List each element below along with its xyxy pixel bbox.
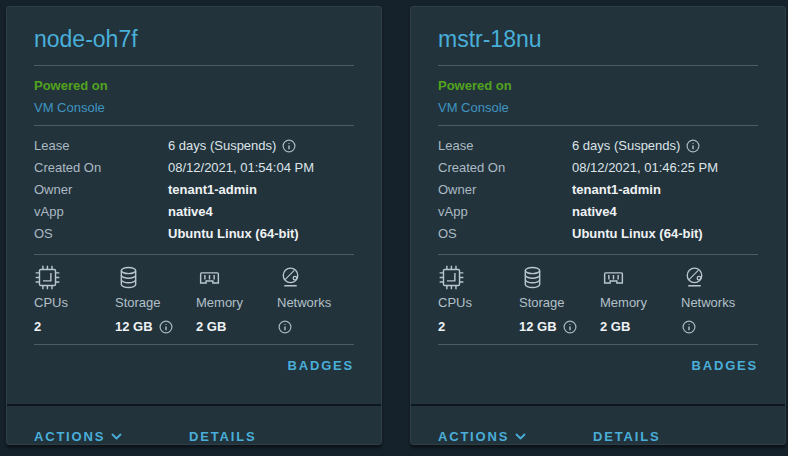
resource-value: 12 GB xyxy=(115,318,153,335)
detail-value: 08/12/2021, 01:54:04 PM xyxy=(168,157,314,179)
resource-label: Networks xyxy=(681,295,762,311)
cpu-icon xyxy=(34,264,115,291)
resource-label: CPUs xyxy=(438,295,519,311)
resource-label: Memory xyxy=(196,295,277,311)
detail-row-owner: Owner tenant1-admin xyxy=(34,179,354,201)
card-footer: ACTIONS DETAILS xyxy=(7,404,381,444)
detail-row-vapp: vApp native4 xyxy=(34,201,354,223)
resource-value: 2 GB xyxy=(600,318,630,335)
resource-label: CPUs xyxy=(34,295,115,311)
actions-button[interactable]: ACTIONS xyxy=(34,429,123,444)
resource-label: Storage xyxy=(115,295,196,311)
resource-value: 2 GB xyxy=(196,318,226,335)
detail-value: native4 xyxy=(572,201,617,223)
detail-label: Created On xyxy=(34,157,168,179)
badges-button[interactable]: BADGES xyxy=(288,358,354,373)
info-icon[interactable] xyxy=(681,319,697,335)
resource-value: 2 xyxy=(438,318,445,335)
detail-row-vapp: vApp native4 xyxy=(438,201,758,223)
resource-label: Memory xyxy=(600,295,681,311)
info-icon[interactable] xyxy=(281,138,297,154)
vm-console-link[interactable]: VM Console xyxy=(438,100,758,116)
network-icon xyxy=(681,264,762,291)
detail-row-os: OS Ubuntu Linux (64-bit) xyxy=(34,223,354,245)
power-status: Powered on xyxy=(34,78,354,94)
resource-label: Networks xyxy=(277,295,358,311)
chevron-down-icon xyxy=(110,431,123,442)
detail-value: Ubuntu Linux (64-bit) xyxy=(168,223,299,245)
chevron-down-icon xyxy=(514,431,527,442)
resource-storage: Storage 12 GB xyxy=(519,264,600,335)
detail-row-owner: Owner tenant1-admin xyxy=(438,179,758,201)
storage-icon xyxy=(115,264,196,291)
storage-icon xyxy=(519,264,600,291)
detail-row-lease: Lease 6 days (Suspends) xyxy=(438,135,758,157)
detail-label: OS xyxy=(438,223,572,245)
network-icon xyxy=(277,264,358,291)
actions-button-label: ACTIONS xyxy=(34,429,105,444)
info-icon[interactable] xyxy=(277,319,293,335)
resource-value: 2 xyxy=(34,318,41,335)
detail-row-created-on: Created On 08/12/2021, 01:46:25 PM xyxy=(438,157,758,179)
resource-networks: Networks xyxy=(681,264,762,335)
resource-memory: Memory 2 GB xyxy=(600,264,681,335)
detail-label: Lease xyxy=(438,135,572,157)
detail-value: 6 days (Suspends) xyxy=(168,135,276,157)
detail-value: native4 xyxy=(168,201,213,223)
card-footer: ACTIONS DETAILS xyxy=(411,404,785,444)
memory-icon xyxy=(600,264,681,291)
info-icon[interactable] xyxy=(685,138,701,154)
detail-label: Owner xyxy=(34,179,168,201)
detail-label: OS xyxy=(34,223,168,245)
detail-row-lease: Lease 6 days (Suspends) xyxy=(34,135,354,157)
info-icon[interactable] xyxy=(562,319,578,335)
detail-value: 08/12/2021, 01:46:25 PM xyxy=(572,157,718,179)
detail-row-created-on: Created On 08/12/2021, 01:54:04 PM xyxy=(34,157,354,179)
vm-console-link[interactable]: VM Console xyxy=(34,100,354,116)
badges-button[interactable]: BADGES xyxy=(692,358,758,373)
detail-label: Lease xyxy=(34,135,168,157)
details-button[interactable]: DETAILS xyxy=(593,429,660,444)
detail-value: tenant1-admin xyxy=(168,179,257,201)
vm-title[interactable]: mstr-18nu xyxy=(438,7,758,65)
detail-row-os: OS Ubuntu Linux (64-bit) xyxy=(438,223,758,245)
detail-value: 6 days (Suspends) xyxy=(572,135,680,157)
vm-title[interactable]: node-oh7f xyxy=(34,7,354,65)
resource-cpus: CPUs 2 xyxy=(438,264,519,335)
info-icon[interactable] xyxy=(158,319,174,335)
resource-storage: Storage 12 GB xyxy=(115,264,196,335)
resource-value: 12 GB xyxy=(519,318,557,335)
actions-button-label: ACTIONS xyxy=(438,429,509,444)
resource-memory: Memory 2 GB xyxy=(196,264,277,335)
detail-label: Created On xyxy=(438,157,572,179)
details-button[interactable]: DETAILS xyxy=(189,429,256,444)
vm-card: mstr-18nu Powered on VM Console Lease 6 … xyxy=(410,6,786,445)
cpu-icon xyxy=(438,264,519,291)
resource-cpus: CPUs 2 xyxy=(34,264,115,335)
resource-label: Storage xyxy=(519,295,600,311)
power-status: Powered on xyxy=(438,78,758,94)
detail-value: tenant1-admin xyxy=(572,179,661,201)
detail-label: Owner xyxy=(438,179,572,201)
detail-value: Ubuntu Linux (64-bit) xyxy=(572,223,703,245)
vm-card: node-oh7f Powered on VM Console Lease 6 … xyxy=(6,6,382,445)
detail-label: vApp xyxy=(438,201,572,223)
resource-networks: Networks xyxy=(277,264,358,335)
detail-label: vApp xyxy=(34,201,168,223)
actions-button[interactable]: ACTIONS xyxy=(438,429,527,444)
memory-icon xyxy=(196,264,277,291)
